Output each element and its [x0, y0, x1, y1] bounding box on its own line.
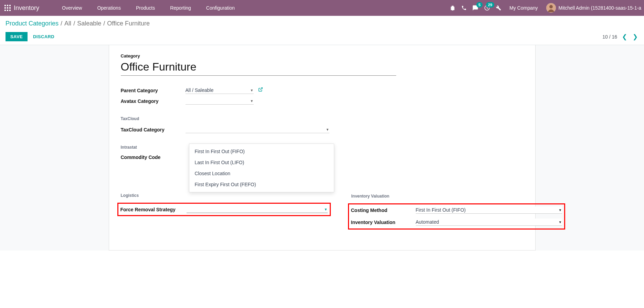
nav-configuration[interactable]: Configuration [199, 0, 242, 16]
svg-rect-5 [9, 7, 11, 9]
caret-down-icon: ▼ [250, 88, 254, 92]
force-removal-value [187, 206, 188, 212]
svg-rect-2 [9, 5, 11, 6]
external-link-icon[interactable] [258, 87, 263, 93]
messages-badge: 5 [476, 2, 483, 8]
force-removal-label: Force Removal Strategy [120, 207, 187, 212]
svg-point-11 [549, 5, 553, 9]
taxcloud-category-select[interactable]: ▼ [186, 126, 329, 133]
force-removal-highlight: Force Removal Strategy ▼ [117, 203, 331, 216]
force-removal-row: Force Removal Strategy ▼ [120, 206, 328, 213]
avatax-category-value [186, 98, 187, 104]
costing-method-row: Costing Method First In First Out (FIFO)… [351, 206, 562, 214]
tools-icon[interactable] [496, 5, 501, 11]
top-navbar-right: 5 29 My Company Mitchell Admin (15281400… [450, 3, 641, 13]
parent-category-row: Parent Category All / Saleable ▼ [121, 87, 524, 94]
breadcrumb-sep: / [61, 20, 62, 27]
nav-products[interactable]: Products [128, 0, 162, 16]
dropdown-item[interactable]: Closest Location [189, 168, 334, 179]
pager-text: 10 / 16 [602, 34, 617, 40]
pager-next-icon[interactable]: ❯ [632, 33, 638, 41]
avatar [546, 3, 556, 13]
section-logistics: Logistics [121, 193, 331, 198]
pager: 10 / 16 ❮ ❯ [602, 33, 638, 41]
commodity-code-label: Commodity Code [121, 155, 186, 160]
save-button[interactable]: SAVE [6, 32, 28, 41]
dropdown-item[interactable]: First Expiry First Out (FEFO) [189, 179, 334, 190]
control-panel-actions: SAVE DISCARD [6, 32, 54, 41]
top-navbar-left: Inventory Overview Operations Products R… [3, 0, 242, 16]
control-panel-row2: SAVE DISCARD 10 / 16 ❮ ❯ [6, 32, 638, 41]
avatax-category-select[interactable]: ▼ [186, 97, 254, 105]
phone-icon[interactable] [461, 5, 467, 11]
costing-method-select[interactable]: First In First Out (FIFO) ▼ [416, 206, 562, 214]
main-area: Category Parent Category All / Saleable … [0, 45, 644, 251]
top-navbar: Inventory Overview Operations Products R… [0, 0, 644, 16]
force-removal-select[interactable]: ▼ [187, 206, 328, 213]
bug-icon[interactable] [450, 5, 456, 11]
svg-rect-0 [4, 5, 6, 6]
breadcrumb-root[interactable]: Product Categories [6, 20, 59, 27]
avatax-category-label: Avatax Category [121, 98, 186, 104]
caret-down-icon: ▼ [559, 208, 562, 212]
parent-category-value: All / Saleable [186, 87, 214, 93]
category-label: Category [121, 53, 524, 59]
messages-icon[interactable]: 5 [472, 5, 478, 11]
activities-badge: 29 [486, 2, 494, 8]
taxcloud-category-label: TaxCloud Category [121, 127, 186, 132]
taxcloud-category-row: TaxCloud Category ▼ [121, 126, 524, 133]
discard-button[interactable]: DISCARD [33, 34, 54, 39]
breadcrumb-p2: Saleable [77, 20, 101, 27]
breadcrumb: Product Categories / All / Saleable / Of… [6, 20, 638, 27]
form-sheet: Category Parent Category All / Saleable … [109, 45, 536, 251]
nav-items: Overview Operations Products Reporting C… [54, 0, 242, 16]
svg-rect-6 [4, 10, 6, 11]
costing-method-value: First In First Out (FIFO) [416, 207, 466, 213]
breadcrumb-sep: / [103, 20, 105, 27]
inventory-valuation-select[interactable]: Automated ▼ [416, 219, 562, 226]
breadcrumb-sep: / [73, 20, 75, 27]
nav-overview[interactable]: Overview [54, 0, 89, 16]
user-menu[interactable]: Mitchell Admin (15281400-saas-15-1-a [546, 3, 641, 13]
costing-method-label: Costing Method [351, 208, 416, 213]
caret-down-icon: ▼ [324, 208, 328, 211]
right-column: Inventory Valuation Costing Method First… [351, 145, 565, 230]
nav-reporting[interactable]: Reporting [162, 0, 199, 16]
caret-down-icon: ▼ [326, 128, 329, 131]
breadcrumb-p1: All [64, 20, 71, 27]
section-inventory-valuation: Inventory Valuation [351, 194, 565, 199]
dropdown-item[interactable]: Last In First Out (LIFO) [189, 157, 334, 168]
removal-strategy-dropdown: First In First Out (FIFO) Last In First … [189, 144, 334, 192]
avatax-category-row: Avatax Category ▼ [121, 97, 524, 105]
svg-rect-3 [4, 7, 6, 9]
pager-prev-icon[interactable]: ❮ [621, 33, 628, 41]
user-name: Mitchell Admin (15281400-saas-15-1-a [559, 5, 641, 11]
dropdown-item[interactable]: First In First Out (FIFO) [189, 146, 334, 157]
activities-icon[interactable]: 29 [484, 5, 490, 11]
caret-down-icon: ▼ [559, 220, 562, 224]
nav-operations[interactable]: Operations [89, 0, 128, 16]
section-taxcloud: TaxCloud [121, 116, 524, 121]
svg-rect-7 [7, 10, 8, 11]
control-panel: Product Categories / All / Saleable / Of… [0, 16, 644, 45]
app-title[interactable]: Inventory [14, 4, 43, 12]
left-column: Intrastat Commodity Code First In First … [121, 145, 331, 230]
lower-two-col: Intrastat Commodity Code First In First … [121, 145, 524, 230]
caret-down-icon: ▼ [250, 99, 254, 103]
inventory-valuation-highlight: Costing Method First In First Out (FIFO)… [348, 203, 565, 230]
apps-icon[interactable] [3, 3, 12, 13]
taxcloud-category-value [186, 127, 187, 132]
inventory-valuation-value: Automated [416, 219, 439, 225]
svg-rect-1 [7, 5, 8, 6]
company-switcher[interactable]: My Company [509, 5, 538, 11]
inventory-valuation-row: Inventory Valuation Automated ▼ [351, 219, 562, 226]
svg-rect-4 [7, 7, 8, 9]
parent-category-label: Parent Category [121, 88, 186, 93]
svg-rect-8 [9, 10, 11, 11]
breadcrumb-last: Office Furniture [107, 20, 150, 27]
inventory-valuation-label: Inventory Valuation [351, 220, 416, 225]
category-name-input[interactable] [121, 60, 396, 76]
parent-category-select[interactable]: All / Saleable ▼ [186, 87, 254, 94]
